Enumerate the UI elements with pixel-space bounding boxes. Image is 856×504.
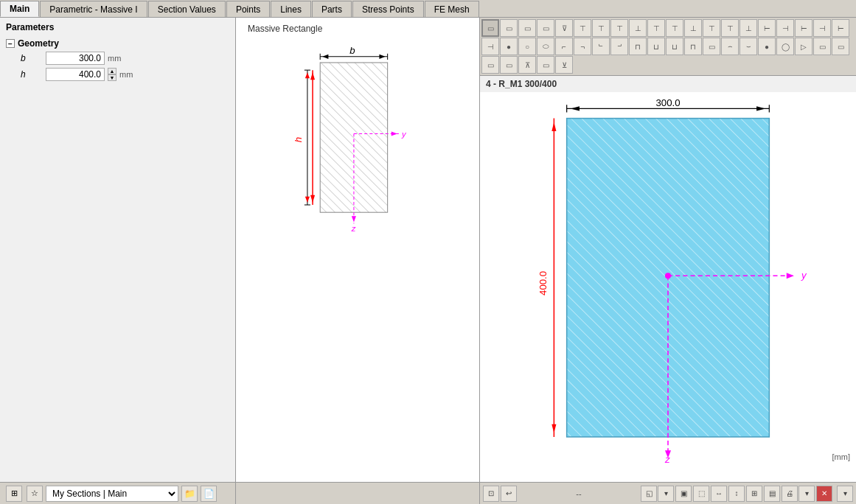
- toolbar-icon-35[interactable]: ▭: [481, 56, 499, 74]
- add-section-icon[interactable]: ☆: [27, 486, 43, 502]
- toolbar-icon-4[interactable]: ▭: [537, 19, 554, 37]
- view-icon-3[interactable]: ⬚: [693, 486, 709, 502]
- tab-parametric[interactable]: Parametric - Massive I: [40, 1, 147, 17]
- main-content: Parameters − Geometry b mm h ▲ ▼ mm: [0, 18, 856, 482]
- param-h-down[interactable]: ▼: [108, 74, 116, 81]
- view-icon-1[interactable]: ◱: [641, 486, 657, 502]
- tab-fe-mesh[interactable]: FE Mesh: [425, 1, 479, 17]
- svg-text:400.0: 400.0: [537, 271, 549, 295]
- view-icon-dropdown[interactable]: ▾: [658, 486, 674, 502]
- toolbar-icon-37[interactable]: ⊼: [518, 56, 536, 74]
- toolbar-icon-arc2[interactable]: ⌣: [740, 38, 757, 55]
- toolbar-icon-arc1[interactable]: ⌢: [721, 38, 739, 55]
- view-icon-7[interactable]: ▤: [764, 486, 780, 502]
- section-add-icon[interactable]: 📄: [201, 486, 217, 502]
- svg-text:y: y: [801, 270, 807, 281]
- toolbar-icon-8[interactable]: ⊤: [610, 19, 628, 37]
- rbar-group-3: ⬚: [693, 486, 709, 502]
- diagram-title: Massive Rectangle: [248, 24, 322, 34]
- toolbar-icon-21[interactable]: ⊣: [481, 38, 499, 55]
- left-status-icon[interactable]: ⊞: [6, 486, 22, 502]
- toolbar-icon-34[interactable]: ▭: [832, 38, 849, 55]
- collapse-icon[interactable]: −: [6, 39, 15, 48]
- svg-text:b: b: [349, 45, 355, 56]
- toolbar-icon-20[interactable]: ⊢: [832, 19, 849, 37]
- svg-marker-22: [352, 216, 356, 222]
- view-icon-4[interactable]: ↔: [711, 486, 727, 502]
- toolbar-icon-rect[interactable]: ▭: [481, 19, 499, 37]
- svg-marker-27: [571, 106, 580, 111]
- toolbar-icon-13[interactable]: ⊤: [703, 19, 720, 37]
- toolbar-icon-31[interactable]: ◯: [776, 38, 794, 55]
- tab-bar: Main Parametric - Massive I Section Valu…: [0, 0, 856, 18]
- toolbar-icon-l3[interactable]: ⌐: [592, 38, 610, 55]
- tab-parts[interactable]: Parts: [312, 1, 352, 17]
- zoom-back-icon[interactable]: ↩: [501, 486, 517, 502]
- param-h-up[interactable]: ▲: [108, 68, 116, 74]
- print-dropdown[interactable]: ▾: [798, 486, 815, 502]
- svg-marker-31: [551, 122, 556, 131]
- section-dropdown[interactable]: My Sections | Main: [46, 486, 178, 502]
- toolbar-icon-38[interactable]: ▭: [537, 56, 554, 74]
- toolbar-icon-l1[interactable]: ⌐: [555, 38, 573, 55]
- tab-lines[interactable]: Lines: [271, 1, 311, 17]
- toolbar-icon-custom[interactable]: ●: [758, 38, 776, 55]
- toolbar-icon-u2[interactable]: ⊔: [647, 38, 665, 55]
- toolbar-icon-u4[interactable]: ⊓: [684, 38, 702, 55]
- rbar-group-8: 🖨 ▾: [782, 486, 815, 502]
- print-icon[interactable]: 🖨: [782, 486, 798, 502]
- right-diagram-area: 300.0 400.0 y z: [480, 92, 856, 482]
- toolbar-icon-l2[interactable]: ⌐: [574, 38, 591, 55]
- toolbar-icon-17[interactable]: ⊣: [776, 19, 794, 37]
- rbar-group-1: ◱ ▾: [641, 486, 674, 502]
- unit-label: [mm]: [832, 452, 850, 461]
- toolbar-icon-14[interactable]: ⊤: [721, 19, 739, 37]
- toolbar-icon-33[interactable]: ▭: [813, 38, 831, 55]
- toolbar-icon-10[interactable]: ⊤: [647, 19, 665, 37]
- toolbar-icon-18[interactable]: ⊢: [795, 19, 812, 37]
- center-diagram: b h: [236, 18, 479, 482]
- toolbar-icon-u3[interactable]: ⊔: [666, 38, 683, 55]
- view-icon-6[interactable]: ⊞: [746, 486, 762, 502]
- toolbar-icon-6[interactable]: ⊤: [574, 19, 591, 37]
- toolbar-icon-l4[interactable]: ⌐: [610, 38, 628, 55]
- toolbar-icon-9[interactable]: ⊥: [629, 19, 647, 37]
- toolbar-icon-39[interactable]: ⊻: [555, 56, 573, 74]
- param-h-input[interactable]: [46, 68, 105, 81]
- rbar-group-5: ↕: [728, 486, 745, 502]
- tab-main[interactable]: Main: [0, 1, 39, 17]
- toolbar-icon-3[interactable]: ▭: [518, 19, 536, 37]
- toolbar-icon-32[interactable]: ▷: [795, 38, 812, 55]
- toolbar-icon-ellipse[interactable]: ⬭: [537, 38, 554, 55]
- toolbar-icon-11[interactable]: ⊤: [666, 19, 683, 37]
- svg-marker-32: [551, 424, 556, 433]
- toolbar-icon-19[interactable]: ⊣: [813, 19, 831, 37]
- view-icon-5[interactable]: ↕: [728, 486, 745, 502]
- toolbar-icon-7[interactable]: ⊤: [592, 19, 610, 37]
- svg-text:h: h: [293, 137, 304, 142]
- scroll-down-icon[interactable]: ▾: [837, 486, 853, 502]
- section-folder-icon[interactable]: 📁: [181, 486, 198, 502]
- param-row-b: b mm: [6, 50, 229, 66]
- toolbar-icon-u5[interactable]: ▭: [703, 38, 720, 55]
- zoom-fit-icon[interactable]: ⊡: [483, 486, 499, 502]
- param-b-input[interactable]: [46, 52, 105, 65]
- tab-points[interactable]: Points: [226, 1, 270, 17]
- toolbar-icon-ring[interactable]: ○: [518, 38, 536, 55]
- svg-marker-10: [305, 72, 310, 78]
- toolbar-icon-12[interactable]: ⊥: [684, 19, 702, 37]
- toolbar-icon-5[interactable]: ⊽: [555, 19, 573, 37]
- toolbar-icon-16[interactable]: ⊢: [758, 19, 776, 37]
- rbar-group-2: ▣: [675, 486, 692, 502]
- section-select-group: ☆ My Sections | Main 📁 📄: [27, 486, 217, 502]
- view-icon-2[interactable]: ▣: [675, 486, 692, 502]
- toolbar-icon-15[interactable]: ⊥: [740, 19, 757, 37]
- param-row-h: h ▲ ▼ mm: [6, 66, 229, 83]
- toolbar-icon-36[interactable]: ▭: [500, 56, 518, 74]
- tab-stress-points[interactable]: Stress Points: [352, 1, 424, 17]
- toolbar-icon-u1[interactable]: ⊓: [629, 38, 647, 55]
- tab-section-values[interactable]: Section Values: [148, 1, 226, 17]
- settings-icon[interactable]: ✕: [816, 486, 832, 502]
- toolbar-icon-2[interactable]: ▭: [500, 19, 518, 37]
- toolbar-icon-circle[interactable]: ●: [500, 38, 518, 55]
